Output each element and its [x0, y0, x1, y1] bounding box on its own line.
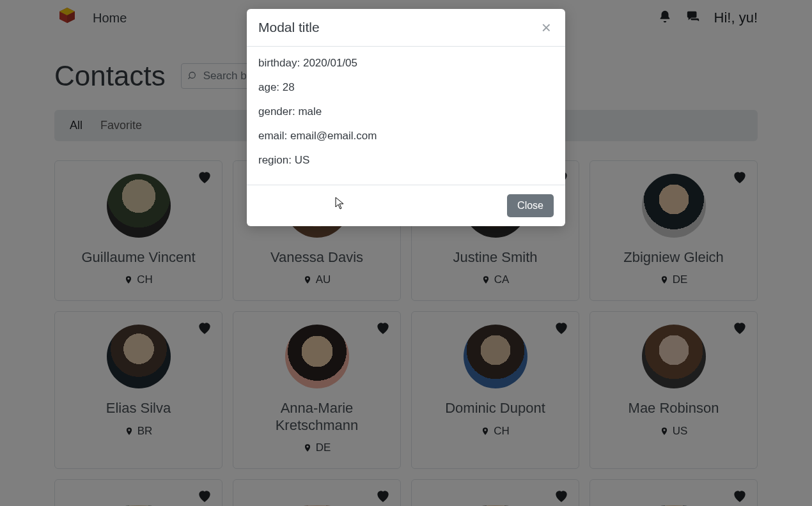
close-icon[interactable]: ×	[539, 19, 554, 36]
modal-row-email: email: email@email.com	[258, 130, 554, 142]
modal-row-gender: gender: male	[258, 105, 554, 118]
modal-row-birthday: birthday: 2020/01/05	[258, 57, 554, 70]
modal-title: Modal title	[258, 20, 320, 35]
contact-detail-modal: Modal title × birthday: 2020/01/05 age: …	[247, 9, 565, 226]
modal-row-age: age: 28	[258, 81, 554, 94]
close-button[interactable]: Close	[507, 194, 554, 217]
modal-row-region: region: US	[258, 154, 554, 167]
